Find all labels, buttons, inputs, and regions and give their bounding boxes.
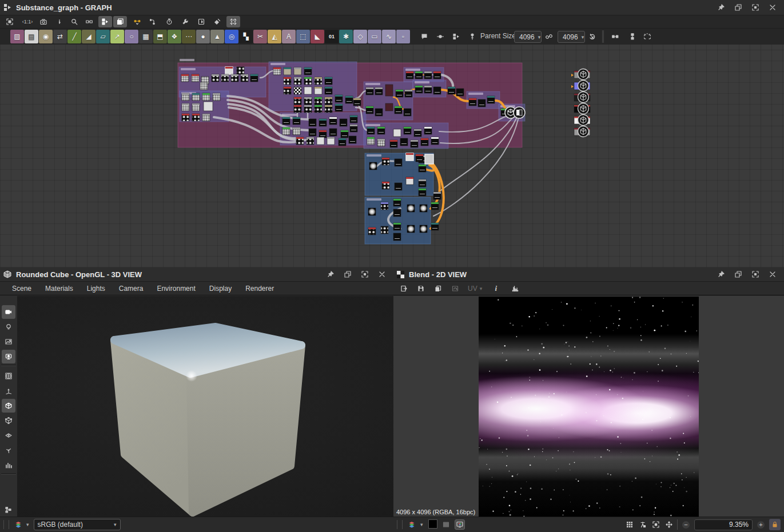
drag-handle[interactable]	[3, 520, 9, 529]
graph-node[interactable]	[406, 153, 413, 161]
graph-node[interactable]	[304, 67, 312, 75]
graph-node[interactable]	[414, 129, 421, 137]
background-swatch-icon[interactable]	[428, 519, 437, 530]
graph-node[interactable]	[293, 127, 300, 135]
graph-node[interactable]	[469, 98, 476, 106]
turbine-icon[interactable]	[2, 443, 15, 457]
graph-node[interactable]	[282, 117, 290, 125]
graph-node[interactable]	[395, 183, 402, 190]
graph-node[interactable]	[329, 129, 337, 136]
graph-node[interactable]	[294, 87, 301, 94]
graph-node[interactable]	[406, 71, 413, 79]
align-vertical-icon[interactable]	[626, 30, 639, 43]
graph-node[interactable]	[349, 136, 356, 143]
graph-node[interactable]	[231, 74, 238, 82]
graph-node[interactable]	[309, 129, 316, 136]
view3d-float-window-icon[interactable]	[343, 270, 352, 279]
menu-display[interactable]: Display	[203, 283, 238, 294]
graph-maximize-icon[interactable]	[751, 3, 760, 12]
graph-node[interactable]	[315, 105, 322, 113]
colorspace-select[interactable]: sRGB (default)▾	[34, 519, 121, 530]
graph-node[interactable]	[385, 103, 393, 111]
graph-node[interactable]	[368, 208, 376, 215]
graph-output-node[interactable]	[574, 103, 590, 114]
graph-node[interactable]	[400, 138, 408, 146]
graph-node[interactable]	[419, 179, 426, 187]
tile-sampler-node-tile[interactable]: ▦	[139, 30, 153, 43]
graph-node[interactable]	[273, 67, 281, 75]
graph-output-node[interactable]	[571, 69, 590, 80]
graph-node[interactable]	[393, 209, 401, 217]
checker-01-node-tile[interactable]: ▚	[239, 30, 253, 43]
graph-node[interactable]	[366, 106, 373, 114]
zoom-1-1-button[interactable]: ‹1:1›	[21, 16, 34, 27]
directional-warp-node-tile[interactable]: ↗	[110, 30, 124, 43]
graph-node[interactable]	[420, 225, 427, 233]
graph-node[interactable]	[181, 74, 189, 82]
blend-fill-node-tile[interactable]: ◇	[353, 30, 367, 43]
save-image-icon[interactable]	[415, 285, 427, 292]
uv-sphere-icon[interactable]	[2, 369, 15, 383]
graph-node[interactable]	[395, 159, 402, 166]
graph-node[interactable]	[393, 199, 401, 206]
graph-node[interactable]	[182, 93, 189, 101]
graph-node[interactable]	[204, 102, 213, 111]
fit-view-button[interactable]	[3, 16, 17, 27]
graph-node[interactable]	[182, 103, 189, 111]
graph-node[interactable]	[478, 99, 485, 107]
graph-node[interactable]	[319, 130, 327, 138]
graph-node[interactable]	[192, 93, 200, 101]
graph-node[interactable]	[487, 96, 495, 103]
snap-magnet-icon[interactable]	[640, 30, 654, 43]
graph-node[interactable]	[396, 90, 403, 97]
view2d-float-window-icon[interactable]	[734, 270, 743, 279]
graph-node[interactable]	[390, 140, 397, 147]
graph-node[interactable]	[304, 87, 312, 94]
graph-node[interactable]	[192, 114, 200, 121]
graph-node[interactable]	[202, 114, 210, 121]
view3d-viewport[interactable]	[17, 296, 393, 517]
cracks-node-tile[interactable]: ✱	[339, 30, 353, 43]
graph-node[interactable]	[296, 137, 304, 145]
switch-01-node-tile[interactable]: 01	[325, 30, 339, 43]
graph-node[interactable]	[381, 202, 388, 210]
graph-node[interactable]	[424, 127, 432, 134]
graph-output-node[interactable]	[574, 126, 590, 137]
graph-node[interactable]	[340, 119, 347, 126]
zoom-out-button[interactable]: −	[682, 521, 690, 529]
graph-node[interactable]	[375, 109, 383, 116]
stats-icon[interactable]	[2, 458, 15, 472]
display-settings-icon[interactable]	[2, 350, 15, 363]
lock-zoom-button[interactable]	[769, 519, 781, 530]
connector-style-button[interactable]	[146, 16, 160, 27]
colorspace-layers-icon[interactable]	[15, 521, 22, 528]
graph-node[interactable]	[350, 115, 357, 123]
rounded-cube-icon[interactable]	[2, 399, 15, 413]
graph-node[interactable]	[368, 227, 376, 235]
graph-node[interactable]	[213, 93, 220, 101]
axes-icon[interactable]	[2, 384, 15, 398]
graph-node[interactable]	[377, 127, 385, 134]
graph-node[interactable]	[405, 90, 412, 97]
mirror-node-tile[interactable]: ◭	[268, 30, 281, 43]
graph-node[interactable]	[325, 97, 332, 105]
snap-grid-button[interactable]	[226, 16, 240, 27]
fit-frame-icon[interactable]	[652, 521, 659, 528]
graph-node[interactable]	[393, 223, 401, 230]
graph-node[interactable]	[407, 205, 415, 212]
graph-node[interactable]	[319, 119, 327, 126]
graph-node[interactable]	[225, 67, 233, 74]
graph-node[interactable]	[407, 225, 415, 233]
graph-node[interactable]	[325, 105, 332, 113]
graph-close-icon[interactable]	[768, 3, 777, 12]
graph-node[interactable]	[367, 137, 375, 145]
graph-node[interactable]	[294, 67, 301, 75]
graph-node[interactable]	[367, 127, 375, 134]
graph-pushpin-icon[interactable]	[717, 3, 726, 12]
graph-node[interactable]	[192, 103, 200, 111]
graph-node[interactable]	[294, 105, 301, 113]
text-node-tile[interactable]: A	[282, 30, 296, 43]
graph-node[interactable]	[431, 202, 439, 210]
compute-time-button[interactable]	[162, 16, 176, 27]
camera-icon[interactable]	[2, 305, 15, 319]
